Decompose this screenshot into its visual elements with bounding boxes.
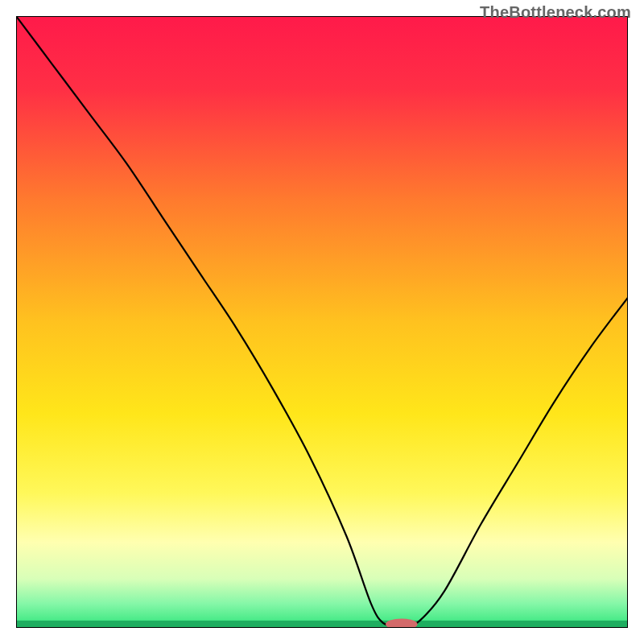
watermark: TheBottleneck.com — [480, 3, 631, 22]
background-gradient — [16, 16, 628, 628]
chart-container: TheBottleneck.com — [0, 0, 644, 644]
chart-svg — [16, 16, 628, 628]
plot-area — [16, 16, 628, 628]
baseline-band — [16, 621, 628, 628]
